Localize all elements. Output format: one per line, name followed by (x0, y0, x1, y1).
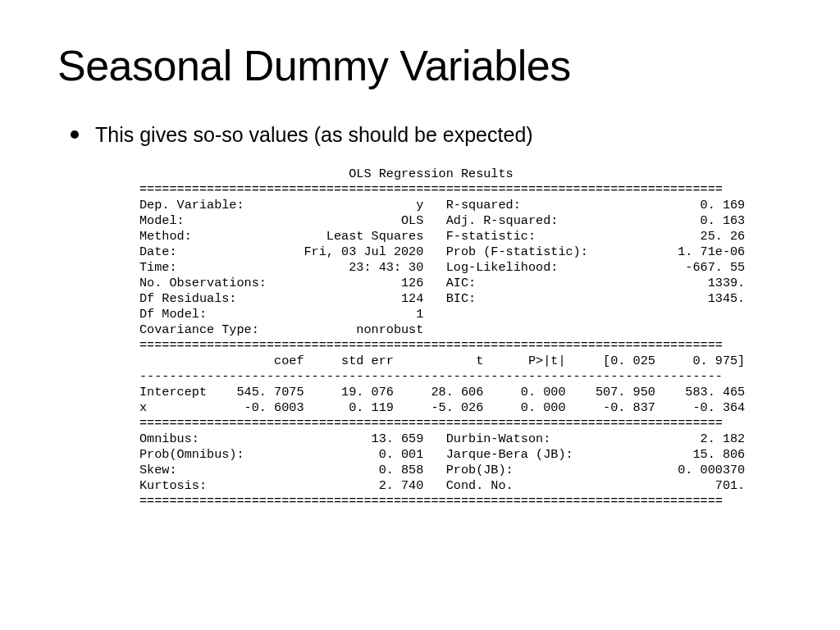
bullet-text: This gives so-so values (as should be ex… (95, 123, 533, 147)
bullet-icon (71, 130, 79, 139)
bullet-item: This gives so-so values (as should be ex… (57, 123, 783, 147)
ols-regression-output: OLS Regression Results =================… (139, 167, 783, 509)
page-title: Seasonal Dummy Variables (57, 41, 783, 90)
